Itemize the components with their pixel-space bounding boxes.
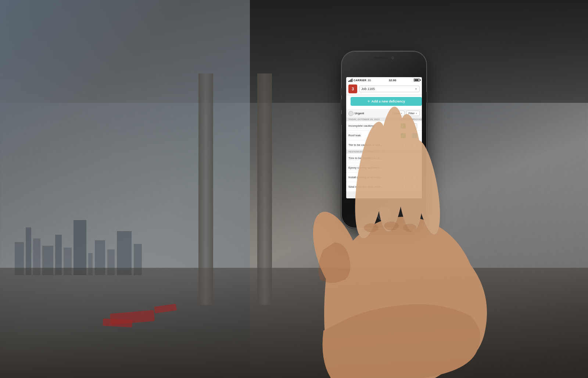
checkbox-completed-7[interactable] xyxy=(401,184,406,190)
urgent-label: Urgent xyxy=(355,112,364,115)
checkbox-completed-4[interactable] xyxy=(401,156,406,161)
add-deficiency-button[interactable]: + Add a new deficiency xyxy=(351,97,422,106)
completed-col-header: COMPLETED xyxy=(399,118,409,120)
add-btn-wrapper: + Add a new deficiency xyxy=(346,95,422,109)
item-name-6: Install glazing at all exter... xyxy=(348,176,397,179)
completed-checkbox-1[interactable]: ✓ xyxy=(398,123,408,129)
floor-item-2 xyxy=(103,318,133,327)
phone-outer-case: CARRIER 3G 12:00 3 Job 1165 ▼ xyxy=(342,51,426,228)
status-left: CARRIER 3G xyxy=(348,79,371,82)
carrier-label: CARRIER xyxy=(354,79,366,82)
home-button[interactable] xyxy=(377,207,391,221)
approved-checkbox-1[interactable] xyxy=(409,123,420,129)
status-filter-button[interactable]: Status ▼ xyxy=(390,111,405,116)
approved-checkbox-7[interactable] xyxy=(409,184,420,190)
phone-device: CARRIER 3G 12:00 3 Job 1165 ▼ xyxy=(342,51,426,228)
phone-screen: CARRIER 3G 12:00 3 Job 1165 ▼ xyxy=(346,77,422,198)
add-deficiency-label: Add a new deficiency xyxy=(372,100,405,103)
yesterday-date-label: YESTERDAY, OCTOBER 28, 2013 xyxy=(348,151,386,153)
filter-dropdown-arrow: ▼ xyxy=(415,112,417,115)
list-item[interactable]: Tile to be caulked at ceil... xyxy=(346,140,422,150)
job-label: Job 1165 xyxy=(361,87,375,91)
phone-mute-switch xyxy=(340,88,342,96)
list-item[interactable]: Install glazing at all exter... xyxy=(346,173,422,182)
list-item[interactable]: Seal main gas pipe pene... xyxy=(346,182,422,192)
approved-checkbox-3[interactable] xyxy=(409,143,420,148)
approved-checkbox-5[interactable] xyxy=(409,165,420,170)
urgent-toggle[interactable]: Urgent xyxy=(348,111,364,116)
app-header: 3 Job 1165 ▼ xyxy=(346,83,422,95)
phone-top-bar xyxy=(374,57,394,59)
approved-col-header: APPROVED xyxy=(409,118,420,120)
signal-bar-3 xyxy=(351,79,351,82)
item-name-7: Seal main gas pipe pene... xyxy=(348,185,397,188)
item-name-2: Roof leak xyxy=(348,134,397,137)
checkbox-completed-2[interactable]: ✓ xyxy=(401,133,406,138)
phone-volume-down xyxy=(340,114,342,125)
column-center xyxy=(257,73,272,305)
deficiency-list: TODAY, OCTOBER 29, 2013 COMPLETED APPROV… xyxy=(346,118,422,198)
phone-power-button xyxy=(426,92,428,103)
phone-speaker xyxy=(374,57,389,59)
completed-checkbox-2[interactable]: ✓ xyxy=(398,133,408,138)
approved-checkbox-6[interactable] xyxy=(409,175,420,180)
app-logo: 3 xyxy=(348,84,357,93)
checkbox-completed-6[interactable] xyxy=(401,175,406,180)
plus-icon: + xyxy=(368,99,370,104)
list-item[interactable]: Roof leak ✓ ✓ xyxy=(346,131,422,140)
completed-checkbox-5[interactable] xyxy=(398,165,408,170)
time-display: 12:00 xyxy=(389,79,396,82)
approved-checkbox-4[interactable] xyxy=(409,156,420,161)
item-name-4: Trim to be installed to co... xyxy=(348,156,397,160)
checkbox-approved-6[interactable] xyxy=(412,175,417,180)
signal-bar-4 xyxy=(352,79,352,82)
checkbox-completed-5[interactable] xyxy=(401,165,406,170)
item-name-1: Incomplete caulking xyxy=(348,124,397,127)
network-label: 3G xyxy=(368,79,371,82)
yesterday-section-header: YESTERDAY, OCTOBER 28, 2013 xyxy=(346,150,422,154)
battery-fill xyxy=(415,79,419,81)
checkbox-completed-1[interactable]: ✓ xyxy=(401,123,406,129)
checkbox-approved-2[interactable]: ✓ xyxy=(412,133,417,138)
phone-volume-up xyxy=(340,99,342,110)
list-item[interactable]: Epoxy coating applied b... xyxy=(346,163,422,173)
status-right xyxy=(414,79,420,82)
checkbox-completed-3[interactable] xyxy=(401,143,406,148)
signal-bar-1 xyxy=(348,81,349,82)
column-left xyxy=(198,73,213,305)
checkbox-approved-5[interactable] xyxy=(412,165,417,170)
today-section-header: TODAY, OCTOBER 29, 2013 COMPLETED APPROV… xyxy=(346,118,422,121)
approved-checkbox-2[interactable]: ✓ xyxy=(409,133,420,138)
item-name-3: Tile to be caulked at ceil... xyxy=(348,143,397,147)
scene xyxy=(0,0,588,378)
completed-checkbox-7[interactable] xyxy=(398,184,408,190)
list-item[interactable]: Incomplete caulking ✓ xyxy=(346,121,422,131)
floor-area xyxy=(0,268,588,378)
filter-label: Filter xyxy=(408,112,415,115)
filter-button[interactable]: Filter ▼ xyxy=(406,111,420,116)
checkbox-approved-4[interactable] xyxy=(412,156,417,161)
urgent-circle-toggle[interactable] xyxy=(348,111,354,116)
signal-bars xyxy=(348,79,352,82)
city-silhouette xyxy=(11,202,158,275)
checkbox-approved-3[interactable] xyxy=(412,143,417,148)
status-filter-label: Status xyxy=(392,112,399,115)
completed-checkbox-4[interactable] xyxy=(398,156,408,161)
checkbox-approved-1[interactable] xyxy=(412,123,417,129)
checkbox-approved-7[interactable] xyxy=(412,184,417,190)
list-item[interactable]: Trim to be installed to co... xyxy=(346,154,422,163)
job-dropdown-arrow: ▼ xyxy=(415,87,417,91)
signal-bar-2 xyxy=(349,80,350,82)
status-dropdown-arrow: ▼ xyxy=(400,112,402,115)
item-name-5: Epoxy coating applied b... xyxy=(348,166,397,169)
completed-checkbox-6[interactable] xyxy=(398,175,408,180)
job-selector[interactable]: Job 1165 ▼ xyxy=(359,86,420,92)
completed-checkbox-3[interactable] xyxy=(398,143,408,148)
status-bar: CARRIER 3G 12:00 xyxy=(346,77,422,83)
battery-icon xyxy=(414,79,420,82)
phone-camera xyxy=(392,57,394,59)
today-date-label: TODAY, OCTOBER 29, 2013 xyxy=(348,118,380,120)
app-screen: CARRIER 3G 12:00 3 Job 1165 ▼ xyxy=(346,77,422,198)
filter-bar: Urgent Status ▼ Filter ▼ xyxy=(346,109,422,118)
